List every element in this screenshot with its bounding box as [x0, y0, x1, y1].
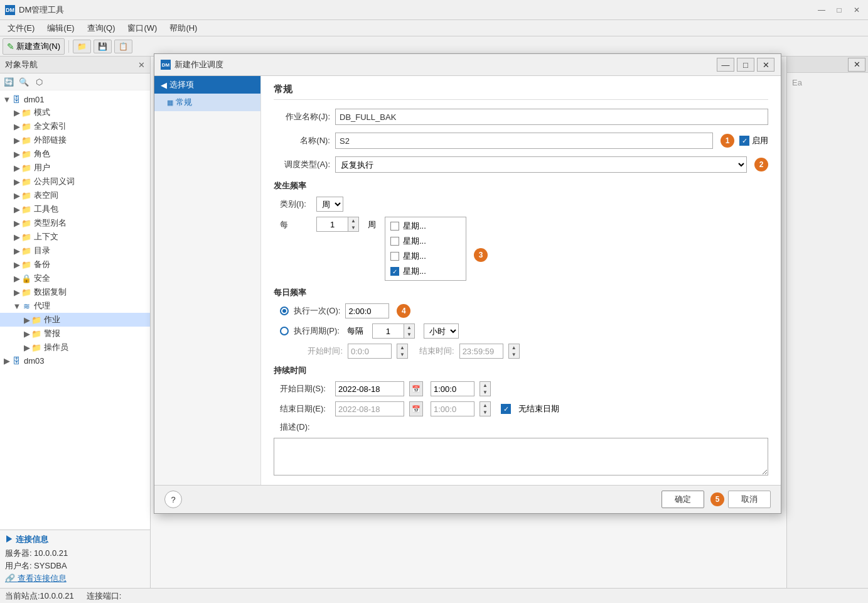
job-name-input[interactable] [335, 109, 768, 125]
end-time-input[interactable] [459, 344, 503, 359]
tree-item-role[interactable]: ▶ 📁 角色 [0, 147, 150, 161]
weekday-item-2[interactable]: 星期... [385, 234, 466, 249]
panel-search-btn[interactable]: 🔍 [18, 75, 30, 88]
weekday-checkbox-4[interactable]: ✓ [390, 267, 399, 276]
menu-file[interactable]: 文件(E) [3, 21, 40, 35]
menu-window[interactable]: 窗口(W) [122, 21, 162, 35]
tree-item-security[interactable]: ▶ 🔒 安全 [0, 271, 150, 285]
no-end-check[interactable]: ✓ [501, 404, 511, 414]
start-date-input[interactable] [335, 381, 404, 396]
toolbar-separator [68, 40, 69, 53]
menu-help[interactable]: 帮助(H) [164, 21, 202, 35]
start-datetime-input[interactable] [431, 381, 474, 396]
period-up-btn[interactable]: ▲ [404, 324, 414, 331]
toolbar-btn-1[interactable]: 📁 [73, 40, 91, 53]
help-button[interactable]: ? [164, 491, 182, 508]
end-date-picker-btn[interactable]: 📅 [409, 401, 423, 416]
start-time-input[interactable] [348, 344, 392, 359]
sidebar-section-arrow: ◀ [161, 80, 167, 90]
sidebar-item-general[interactable]: ▦ 常规 [154, 94, 260, 111]
panel-refresh-btn[interactable]: 🔄 [3, 75, 15, 88]
end-datetime-input[interactable] [431, 401, 474, 416]
minimize-button[interactable]: — [815, 4, 828, 16]
tree-item-synonym[interactable]: ▶ 📁 公共同义词 [0, 175, 150, 188]
once-radio-btn[interactable] [280, 307, 289, 315]
maximize-button[interactable]: □ [833, 4, 845, 16]
once-time-input[interactable] [345, 303, 389, 318]
ok-button[interactable]: 确定 [662, 491, 704, 508]
tree-item-schema[interactable]: ▶ 📁 模式 [0, 106, 150, 119]
tree-item-tablespace[interactable]: ▶ 📁 表空间 [0, 188, 150, 202]
tree-item-toolkit[interactable]: ▶ 📁 工具包 [0, 202, 150, 216]
period-down-btn[interactable]: ▼ [404, 331, 414, 338]
close-button[interactable]: ✕ [850, 4, 863, 16]
tree-item-fulltext[interactable]: ▶ 📁 全文索引 [0, 119, 150, 133]
tree-item-backup[interactable]: ▶ 📁 备份 [0, 258, 150, 271]
period-unit-select[interactable]: 分钟 小时 [424, 323, 459, 339]
period-value-input[interactable] [372, 323, 404, 339]
tree-item-agent[interactable]: ▼ ≋ 代理 [0, 299, 150, 313]
panel-expand-btn[interactable]: ⬡ [33, 75, 45, 88]
end-down-btn[interactable]: ▼ [509, 351, 519, 358]
weekday-checkbox-3[interactable] [390, 252, 399, 261]
modal-maximize-btn[interactable]: □ [737, 58, 754, 72]
end-up-btn[interactable]: ▲ [509, 344, 519, 351]
weekday-item-1[interactable]: 星期... [385, 219, 466, 234]
every-up-btn[interactable]: ▲ [348, 217, 358, 224]
start-down-btn[interactable]: ▼ [397, 351, 407, 358]
toolbar-btn-3[interactable]: 📋 [114, 40, 132, 53]
end-date-down-btn[interactable]: ▼ [480, 409, 490, 416]
freq-type-select[interactable]: 天 周 月 [316, 197, 343, 212]
right-panel-close[interactable]: ✕ [848, 58, 865, 72]
name-input[interactable] [335, 133, 713, 149]
menu-query[interactable]: 查询(Q) [82, 21, 121, 35]
start-date-row: 开始日期(S): 📅 ▲ ▼ [274, 381, 768, 396]
modal-minimize-btn[interactable]: — [717, 58, 734, 72]
tree-item-extlink[interactable]: ▶ 📁 外部链接 [0, 133, 150, 147]
panel-close-icon[interactable]: ✕ [138, 60, 145, 70]
agent-icon: ≋ [21, 301, 31, 311]
tree-item-dm01[interactable]: ▼ 🗄 dm01 [0, 93, 150, 106]
enable-check-icon: ✓ [739, 136, 749, 146]
tree-item-catalog[interactable]: ▶ 📁 目录 [0, 244, 150, 258]
tree-item-context[interactable]: ▶ 📁 上下文 [0, 230, 150, 244]
weekday-checkbox-1[interactable] [390, 222, 399, 231]
tree-item-operator[interactable]: ▶ 📁 操作员 [0, 340, 150, 354]
new-query-button[interactable]: ✎ 新建查询(N) [3, 38, 65, 55]
period-label: 执行周期(P): [294, 325, 340, 337]
tree-label-dm01: dm01 [24, 95, 45, 104]
end-date-up-btn[interactable]: ▲ [480, 402, 490, 409]
start-up-btn[interactable]: ▲ [397, 344, 407, 351]
tree-item-typealias[interactable]: ▶ 📁 类型别名 [0, 216, 150, 230]
tree-toggle-replication: ▶ [13, 288, 21, 296]
sidebar-item-general-label: 常规 [176, 97, 192, 108]
enable-label: 启用 [752, 135, 768, 146]
cancel-button[interactable]: 取消 [728, 491, 771, 508]
tree-toggle-catalog: ▶ [13, 246, 21, 255]
menu-edit[interactable]: 编辑(E) [42, 21, 79, 35]
tree-item-alert[interactable]: ▶ 📁 警报 [0, 327, 150, 340]
every-input[interactable] [316, 217, 348, 232]
tree-item-job[interactable]: ▶ 📁 作业 [0, 313, 150, 327]
tree-label-backup: 备份 [34, 259, 50, 270]
tree-item-user[interactable]: ▶ 📁 用户 [0, 161, 150, 175]
weekday-item-4[interactable]: ✓ 星期... [385, 264, 466, 279]
enable-checkbox[interactable]: ✓ 启用 [739, 135, 768, 146]
tree-item-replication[interactable]: ▶ 📁 数据复制 [0, 285, 150, 299]
toolbar-btn-2[interactable]: 💾 [94, 40, 112, 53]
app-title: DM管理工具 [19, 4, 64, 16]
period-radio-btn[interactable] [280, 327, 289, 335]
every-down-btn[interactable]: ▼ [348, 224, 358, 231]
end-date-input[interactable] [335, 401, 404, 416]
conn-link[interactable]: 🔗 查看连接信息 [5, 573, 145, 584]
start-date-down-btn[interactable]: ▼ [480, 389, 490, 396]
modal-close-btn[interactable]: ✕ [757, 58, 774, 72]
weekday-checkbox-2[interactable] [390, 237, 399, 246]
tree-item-dm03[interactable]: ▶ 🗄 dm03 [0, 354, 150, 367]
start-date-up-btn[interactable]: ▲ [480, 382, 490, 389]
folder-icon-catalog: 📁 [21, 246, 31, 256]
weekday-item-3[interactable]: 星期... [385, 249, 466, 264]
start-date-picker-btn[interactable]: 📅 [409, 381, 423, 396]
desc-textarea[interactable] [274, 438, 768, 475]
type-select[interactable]: 一次 反复执行 SQL Server 代理启动时 CPU 空闲时 [335, 156, 747, 173]
